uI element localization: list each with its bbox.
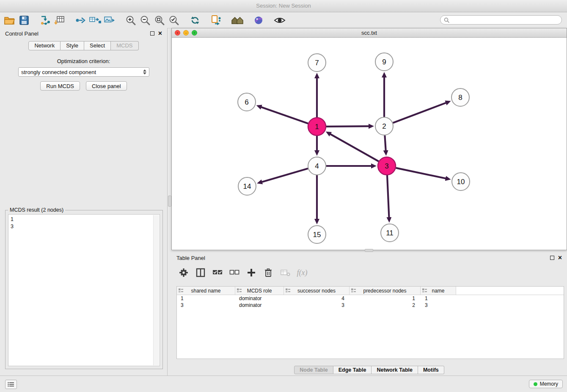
sort-icon bbox=[237, 288, 242, 293]
zoom-window-icon[interactable]: + bbox=[192, 30, 197, 36]
edge-2-8[interactable] bbox=[393, 102, 447, 123]
network-window-title: scc.txt bbox=[172, 30, 567, 36]
minimize-window-icon[interactable]: − bbox=[183, 30, 189, 36]
style-painter-button[interactable] bbox=[251, 14, 266, 27]
tab-network-table[interactable]: Network Table bbox=[372, 366, 418, 374]
zoom-fit-button[interactable] bbox=[152, 14, 167, 27]
splitter-handle[interactable] bbox=[168, 196, 171, 207]
result-scrollbar[interactable] bbox=[153, 215, 159, 365]
first-neighbors-button[interactable] bbox=[74, 14, 88, 27]
tab-mcds[interactable]: MCDS bbox=[111, 41, 138, 50]
import-table-button[interactable] bbox=[52, 14, 67, 27]
tab-style[interactable]: Style bbox=[61, 41, 84, 50]
task-history-button[interactable] bbox=[5, 380, 17, 389]
table-cell: 3 bbox=[177, 302, 235, 308]
dropdown-value: strongly connected component bbox=[21, 69, 96, 75]
window-titlebar[interactable]: Session: New Session bbox=[0, 0, 567, 12]
export-image-icon bbox=[104, 15, 116, 25]
edge-3-11[interactable] bbox=[387, 175, 389, 218]
svg-text:15: 15 bbox=[313, 231, 321, 239]
network-canvas[interactable]: 7968124314101511 bbox=[172, 38, 567, 250]
graph-node-2[interactable]: 2 bbox=[375, 117, 393, 135]
search-input[interactable] bbox=[451, 17, 558, 23]
close-table-panel-icon[interactable]: × bbox=[558, 254, 562, 261]
graph-node-10[interactable]: 10 bbox=[452, 173, 470, 190]
save-session-button[interactable] bbox=[17, 14, 31, 27]
tab-node-table[interactable]: Node Table bbox=[294, 366, 333, 374]
table-cell: 4 bbox=[284, 295, 350, 301]
delete-column-button[interactable] bbox=[263, 267, 274, 278]
graph-node-7[interactable]: 7 bbox=[308, 54, 326, 72]
column-header-shared-name[interactable]: shared name bbox=[177, 287, 235, 295]
table-row[interactable]: 3dominator323 bbox=[177, 302, 564, 309]
graph-node-3[interactable]: 3 bbox=[378, 157, 396, 175]
edge-2-3[interactable] bbox=[385, 135, 385, 151]
select-all-rows-button[interactable] bbox=[212, 267, 223, 278]
graph-node-4[interactable]: 4 bbox=[308, 157, 326, 175]
graph-node-1[interactable]: 1 bbox=[308, 118, 326, 135]
edge-3-10[interactable] bbox=[396, 168, 446, 179]
open-session-button[interactable] bbox=[3, 14, 17, 27]
svg-text:10: 10 bbox=[457, 178, 465, 186]
refresh-view-button[interactable] bbox=[188, 14, 202, 27]
tab-edge-table[interactable]: Edge Table bbox=[333, 366, 372, 374]
network-overview-button[interactable] bbox=[230, 14, 245, 27]
control-panel: Control Panel × NetworkStyleSelectMCDS O… bbox=[0, 28, 168, 376]
zoom-selected-button[interactable] bbox=[167, 14, 181, 27]
column-header-name[interactable]: name bbox=[421, 287, 456, 295]
network-window-titlebar[interactable]: × − + scc.txt bbox=[172, 28, 567, 38]
memory-status-icon bbox=[534, 382, 537, 386]
edge-4-14[interactable] bbox=[261, 168, 308, 182]
zoom-in-button[interactable] bbox=[124, 14, 138, 27]
first-neighbors-icon bbox=[75, 15, 86, 25]
graph-node-9[interactable]: 9 bbox=[375, 53, 393, 71]
memory-button[interactable]: Memory bbox=[529, 380, 563, 388]
table-settings-button[interactable] bbox=[178, 267, 189, 278]
tab-select[interactable]: Select bbox=[84, 41, 111, 50]
graph-node-6[interactable]: 6 bbox=[238, 93, 256, 111]
delete-table-icon bbox=[280, 268, 290, 277]
unchecked-boxes-icon bbox=[229, 268, 239, 277]
control-panel-header: Control Panel × bbox=[0, 28, 167, 39]
new-network-from-selection-button[interactable] bbox=[88, 14, 102, 27]
run-mcds-button[interactable]: Run MCDS bbox=[40, 81, 80, 91]
export-snapshot-button[interactable] bbox=[209, 14, 223, 27]
open-folder-icon bbox=[4, 15, 16, 25]
zoom-out-icon bbox=[140, 15, 151, 26]
table-cell: 1 bbox=[177, 295, 235, 301]
close-window-icon[interactable]: × bbox=[175, 30, 180, 36]
close-panel-icon[interactable]: × bbox=[158, 30, 162, 37]
horizontal-splitter-handle[interactable] bbox=[365, 249, 373, 252]
column-header-MCDS-role[interactable]: MCDS role bbox=[235, 287, 284, 295]
import-network-button[interactable] bbox=[38, 14, 52, 27]
graph-node-15[interactable]: 15 bbox=[308, 226, 326, 243]
table-panel: Table Panel × bbox=[171, 252, 567, 376]
mcds-result-group: MCDS result (2 nodes) 1 3 bbox=[5, 210, 163, 369]
float-table-panel-icon[interactable] bbox=[550, 256, 554, 260]
tab-network[interactable]: Network bbox=[28, 41, 61, 50]
mcds-result-area[interactable]: 1 3 bbox=[8, 214, 160, 366]
table-row[interactable]: 1dominator411 bbox=[177, 295, 564, 302]
close-panel-button[interactable]: Close panel bbox=[86, 81, 127, 91]
show-hide-button[interactable] bbox=[272, 14, 287, 27]
edge-1-2[interactable] bbox=[326, 126, 369, 127]
column-header-predecessor-nodes[interactable]: predecessor nodes bbox=[350, 287, 421, 295]
houses-icon bbox=[231, 15, 244, 25]
graph-node-11[interactable]: 11 bbox=[381, 224, 399, 242]
deselect-all-rows-button[interactable] bbox=[229, 267, 240, 278]
edge-3-1[interactable] bbox=[330, 134, 379, 161]
export-image-button[interactable] bbox=[102, 14, 117, 27]
edge-1-6[interactable] bbox=[261, 107, 308, 124]
svg-text:11: 11 bbox=[386, 229, 394, 237]
tab-motifs[interactable]: Motifs bbox=[418, 366, 444, 374]
float-panel-icon[interactable] bbox=[150, 31, 154, 36]
create-column-button[interactable] bbox=[246, 267, 257, 278]
graph-node-14[interactable]: 14 bbox=[238, 177, 256, 195]
zoom-out-button[interactable] bbox=[138, 14, 152, 27]
svg-text:8: 8 bbox=[458, 94, 462, 102]
node-table: shared nameMCDS rolesuccessor nodesprede… bbox=[176, 286, 564, 359]
column-header-successor-nodes[interactable]: successor nodes bbox=[284, 287, 350, 295]
graph-node-8[interactable]: 8 bbox=[451, 88, 469, 106]
optimization-dropdown[interactable]: strongly connected component bbox=[18, 67, 149, 77]
show-columns-button[interactable] bbox=[195, 267, 206, 278]
